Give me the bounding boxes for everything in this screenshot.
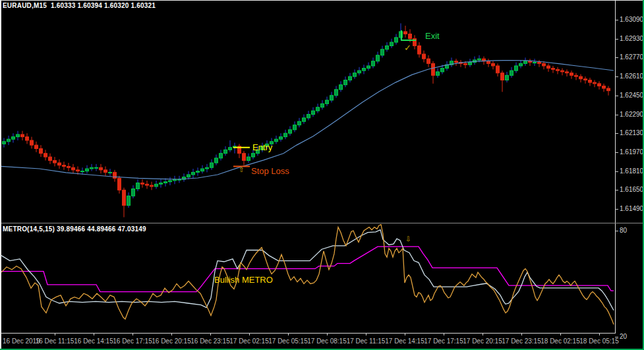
time-axis-label: 17 Dec 05:15 — [268, 337, 308, 345]
time-axis-label: 16 Dec 23:15 — [190, 337, 230, 345]
candle-down — [529, 59, 532, 66]
candle-down — [427, 55, 430, 67]
candle-up — [515, 63, 518, 73]
time-axis-label: 17 Dec 20:15 — [463, 337, 502, 345]
candle-down — [146, 181, 149, 189]
candle-up — [307, 111, 310, 120]
candle-up — [390, 39, 394, 48]
price-axis-label: 1.62130 — [620, 129, 643, 137]
metro-up-arrow-icon: ⇧ — [237, 264, 242, 271]
candle-down — [58, 160, 61, 169]
candle-up — [316, 103, 320, 113]
price-chart-canvas[interactable]: ⇧✓ — [0, 0, 615, 223]
time-axis-separator — [0, 333, 616, 334]
time-axis-label: 17 Dec 14:15 — [385, 337, 424, 345]
candle-up — [169, 177, 172, 186]
candle-up — [160, 179, 163, 188]
entry-label[interactable]: Entry — [252, 142, 272, 152]
candle-up — [132, 185, 135, 198]
candle-up — [12, 133, 15, 142]
time-axis-label: 16 Dec 14:15 — [74, 337, 113, 345]
price-axis-label: 1.61490 — [620, 205, 643, 213]
candle-down — [602, 84, 606, 92]
axis-separator-vline — [615, 1, 616, 333]
candle-up — [363, 65, 366, 74]
candle-up — [183, 173, 186, 182]
candle-up — [450, 57, 454, 67]
candle-up — [86, 165, 89, 174]
candle-up — [284, 130, 287, 139]
candle-down — [556, 67, 560, 74]
candle-down — [404, 26, 407, 38]
candle-down — [455, 59, 458, 66]
candle-up — [469, 59, 472, 67]
candle-down — [67, 163, 71, 171]
candle-up — [196, 167, 200, 176]
candle-up — [372, 57, 375, 68]
candle-up — [109, 169, 112, 176]
indicator-scale-label: 20 — [620, 333, 627, 341]
bullish-metro-label[interactable]: Bullish METRO — [214, 275, 273, 285]
mt4-chart-window: ⇧✓ ⇧⇩ EURAUD,M15 1.60333 1.60394 1.60320… — [0, 0, 644, 350]
chart-symbol-title: EURAUD,M15 1.60333 1.60394 1.60320 1.603… — [3, 2, 156, 9]
candle-up — [127, 192, 131, 208]
time-axis-label: 17 Dec 08:15 — [307, 337, 347, 345]
time-axis-label: 17 Dec 17:15 — [424, 337, 463, 345]
time-axis-label: 17 Dec 02:15 — [229, 337, 269, 345]
candle-down — [104, 166, 107, 175]
candle-down — [30, 137, 34, 149]
candle-down — [49, 154, 52, 164]
candle-down — [423, 51, 426, 63]
candle-up — [395, 34, 398, 45]
candle-up — [519, 60, 523, 69]
candle-down — [579, 74, 583, 83]
moving-average-line — [1, 61, 614, 180]
metro-line-rsi_orange — [1, 225, 614, 325]
candle-down — [589, 78, 592, 86]
metro-indicator-canvas[interactable]: ⇧⇩ — [0, 224, 615, 333]
candle-up — [173, 176, 177, 185]
candle-up — [293, 121, 297, 132]
price-axis-label: 1.61650 — [620, 186, 643, 194]
time-axis-label: 16 Dec 20:15 — [152, 337, 191, 345]
candle-up — [215, 154, 218, 165]
candle-up — [326, 97, 329, 106]
candle-down — [575, 73, 578, 80]
indicator-title: METRO(14,5,15) 39.89466 44.89466 47.0314… — [3, 225, 146, 233]
candle-up — [473, 57, 477, 65]
candle-up — [321, 100, 324, 109]
candle-down — [243, 151, 246, 165]
candle-up — [275, 136, 278, 144]
price-axis-label: 1.62610 — [620, 73, 643, 80]
check-icon: ✓ — [404, 43, 411, 53]
candle-down — [118, 176, 121, 194]
indicator-scale-label: 80 — [620, 227, 627, 235]
exit-label[interactable]: Exit — [425, 31, 440, 41]
candle-up — [381, 45, 384, 57]
candle-down — [44, 150, 47, 160]
price-axis-label: 1.62290 — [620, 111, 643, 119]
candle-down — [547, 63, 550, 72]
price-axis-label: 1.62770 — [620, 53, 643, 61]
candle-up — [206, 164, 209, 173]
candle-up — [229, 140, 232, 152]
candle-up — [220, 150, 223, 160]
panel-separator[interactable] — [0, 223, 644, 223]
price-axis-label: 1.62450 — [620, 92, 643, 100]
candle-down — [21, 131, 24, 140]
candle-up — [201, 165, 204, 174]
candle-down — [487, 59, 490, 67]
candle-down — [418, 42, 421, 57]
candle-up — [136, 179, 140, 191]
candle-up — [95, 164, 98, 171]
candle-down — [552, 66, 555, 73]
candle-down — [35, 142, 38, 152]
candle-up — [506, 72, 509, 82]
price-axis-label: 1.61810 — [620, 167, 643, 175]
stop-loss-label[interactable]: Stop Loss — [251, 166, 289, 176]
candle-down — [570, 71, 573, 79]
candle-up — [386, 42, 389, 51]
candle-down — [538, 60, 541, 67]
time-axis-label: 16 Dec 2019 — [3, 337, 40, 345]
candle-down — [238, 144, 241, 158]
